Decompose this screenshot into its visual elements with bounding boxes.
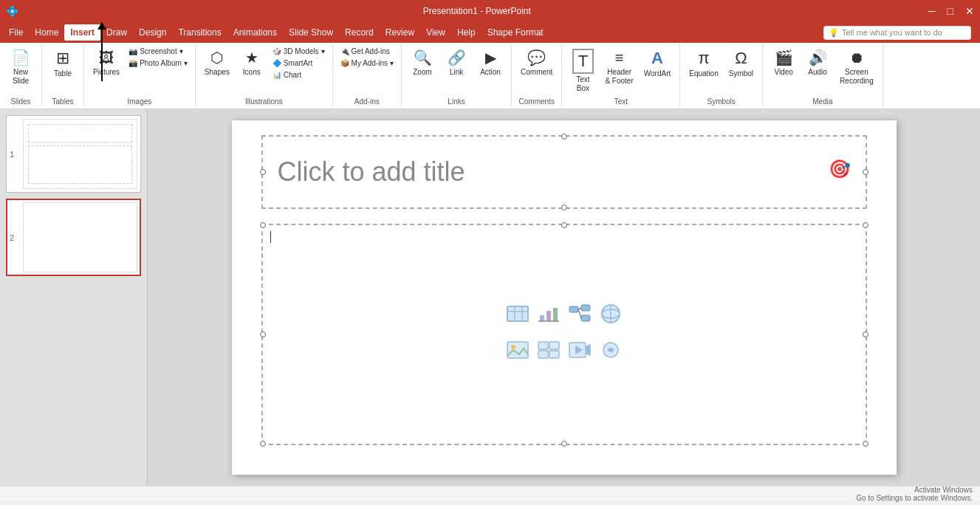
tell-me-box[interactable]: 💡 Tell me what you want to do [823, 26, 971, 40]
insert-table-icon[interactable] [506, 302, 530, 331]
3d-models-button[interactable]: 🎲 3D Models ▾ [270, 46, 328, 57]
content-handle-bl[interactable] [260, 441, 266, 447]
link-icon: 🔗 [448, 49, 466, 66]
radar-icon: 🎯 [829, 159, 851, 179]
action-icon: ▶ [485, 49, 496, 66]
link-button[interactable]: 🔗 Link [440, 46, 473, 80]
content-placeholder[interactable] [261, 224, 867, 445]
audio-button[interactable]: 🔊 Audio [801, 46, 834, 80]
comment-button[interactable]: 💬 Comment [516, 46, 557, 80]
slide-thumb-2[interactable]: 2 [6, 199, 141, 276]
svg-line-12 [578, 309, 581, 318]
menu-record[interactable]: Record [339, 24, 380, 41]
menu-animations[interactable]: Animations [227, 24, 283, 41]
wordart-button[interactable]: A WordArt [640, 46, 676, 81]
media-group-label: Media [812, 96, 832, 106]
maximize-icon[interactable]: □ [948, 5, 953, 17]
handle-top[interactable] [561, 134, 567, 140]
menu-design[interactable]: Design [133, 24, 172, 41]
ribbon-group-media: 🎬 Video 🔊 Audio ⏺ ScreenRecording Media [763, 44, 883, 107]
smartart-button[interactable]: 🔷 SmartArt [270, 58, 328, 69]
symbol-button[interactable]: Ω Symbol [724, 46, 758, 81]
menu-slideshow[interactable]: Slide Show [283, 24, 339, 41]
insert-video-icon[interactable] [568, 338, 592, 367]
content-handle-top[interactable] [561, 222, 567, 228]
links-group-label: Links [448, 96, 465, 106]
action-button[interactable]: ▶ Action [474, 46, 507, 80]
menu-insert[interactable]: Insert [64, 24, 100, 41]
slide-num-1: 1 [10, 150, 18, 159]
photo-album-button[interactable]: 📸 Photo Album ▾ [126, 58, 191, 69]
table-button[interactable]: ⊞ Table [47, 46, 79, 81]
handle-bottom[interactable] [561, 205, 567, 210]
title-placeholder[interactable]: Click to add title 🎯 [261, 135, 867, 209]
icons-button[interactable]: ★ Icons [236, 46, 268, 80]
menu-review[interactable]: Review [380, 24, 420, 41]
video-icon: 🎬 [775, 49, 793, 66]
menu-transitions[interactable]: Transitions [172, 24, 227, 41]
addins-group-label: Add-ins [354, 96, 380, 106]
new-slide-icon: 📄 [12, 49, 30, 66]
zoom-icon: 🔍 [414, 49, 432, 66]
screenshot-button[interactable]: 📷 Screenshot ▾ [126, 46, 191, 57]
slide-thumb-1[interactable]: 1 [6, 115, 141, 193]
my-addins-button[interactable]: 📦 My Add-ins ▾ [337, 58, 397, 69]
slide-preview-1 [23, 119, 137, 189]
comment-icon: 💬 [527, 49, 546, 66]
close-icon[interactable]: ✕ [965, 5, 974, 17]
shapes-button[interactable]: ⬡ Shapes [200, 46, 234, 80]
equation-icon: π [698, 49, 709, 68]
svg-rect-21 [549, 351, 559, 358]
comments-group-label: Comments [519, 96, 555, 106]
textbox-button[interactable]: T TextBox [566, 46, 599, 96]
activate-windows[interactable]: Activate Windows Go to Settings to activ… [856, 486, 973, 502]
menu-file[interactable]: File [3, 24, 29, 41]
handle-left[interactable] [260, 169, 266, 175]
photo-album-icon: 📸 [129, 59, 137, 67]
svg-rect-4 [540, 315, 544, 321]
chart-button[interactable]: 📊 Chart [270, 69, 328, 80]
content-handle-tr[interactable] [863, 222, 868, 228]
ribbon-group-text: T TextBox ≡ Header& Footer A WordArt Tex… [562, 44, 680, 107]
new-slide-button[interactable]: 📄 NewSlide [4, 46, 37, 89]
svg-rect-19 [549, 342, 559, 349]
header-footer-button[interactable]: ≡ Header& Footer [600, 46, 637, 89]
screen-recording-icon: ⏺ [849, 49, 864, 66]
ribbon-group-symbols: π Equation Ω Symbol Symbols [680, 44, 763, 107]
content-handle-bottom[interactable] [561, 441, 567, 447]
insert-chart-icon[interactable] [537, 302, 561, 331]
insert-icon-icon[interactable] [599, 338, 623, 367]
content-handle-br[interactable] [863, 441, 868, 447]
insert-picture-icon[interactable] [506, 338, 530, 367]
content-icons-row-2 [506, 338, 623, 367]
content-handle-right[interactable] [863, 331, 868, 337]
status-bar: Activate Windows Go to Settings to activ… [0, 486, 980, 501]
menu-view[interactable]: View [420, 24, 451, 41]
content-handle-left[interactable] [260, 331, 266, 337]
ribbon-group-slides: 📄 NewSlide Slides [0, 44, 42, 107]
insert-3d-icon[interactable] [599, 302, 623, 331]
menu-home[interactable]: Home [29, 24, 64, 41]
pictures-button[interactable]: 🖼 Pictures [89, 46, 124, 80]
equation-button[interactable]: π Equation [685, 46, 722, 81]
content-handle-tl[interactable] [260, 222, 266, 228]
images-group-label: Images [128, 96, 152, 106]
svg-rect-20 [538, 351, 548, 358]
get-addins-button[interactable]: 🔌 Get Add-ins [337, 46, 397, 57]
activate-windows-desc: Go to Settings to activate Windows. [856, 494, 973, 502]
audio-icon: 🔊 [809, 49, 827, 66]
menu-help[interactable]: Help [451, 24, 482, 41]
insert-smartart-icon[interactable] [568, 302, 592, 331]
ribbon-group-illustrations: ⬡ Shapes ★ Icons 🎲 3D Models ▾ 🔷 SmartAr… [196, 44, 333, 107]
video-button[interactable]: 🎬 Video [767, 46, 800, 80]
screen-recording-button[interactable]: ⏺ ScreenRecording [835, 46, 878, 89]
menu-shapeformat[interactable]: Shape Format [482, 24, 549, 41]
get-addins-icon: 🔌 [340, 47, 349, 55]
handle-right[interactable] [863, 169, 868, 175]
slide-canvas: Click to add title 🎯 [232, 120, 897, 475]
minimize-icon[interactable]: ─ [928, 5, 936, 17]
title-bar: 💠 Presentation1 - PowerPoint ─ □ ✕ [0, 0, 980, 22]
zoom-button[interactable]: 🔍 Zoom [406, 46, 439, 80]
shapes-icon: ⬡ [210, 49, 223, 66]
insert-stockimage-icon[interactable] [537, 338, 561, 367]
